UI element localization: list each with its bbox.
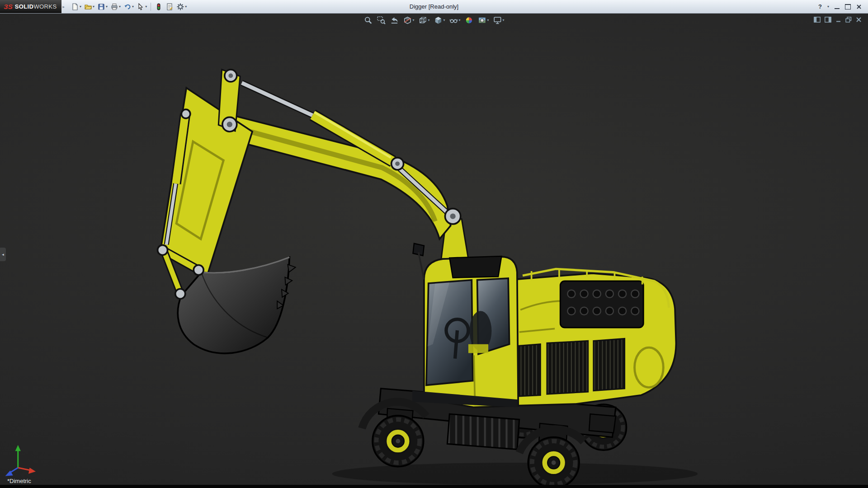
minimize-icon xyxy=(835,17,841,23)
save-button[interactable]: ▾ xyxy=(96,2,109,12)
chevron-down-icon[interactable]: ▾ xyxy=(93,5,94,9)
previous-view-button[interactable] xyxy=(389,15,399,25)
file-properties-icon xyxy=(165,3,174,11)
tile-right-button[interactable] xyxy=(825,17,831,23)
feature-tree-collapse-tab[interactable]: ◂ xyxy=(0,248,6,261)
operator-cab[interactable] xyxy=(412,244,518,408)
brand-name-bold: SOLID xyxy=(15,3,34,10)
ground-shadow xyxy=(332,463,698,485)
title-bar: ЗS SOLID WORKS ▸ ▾ ▾ ▾ xyxy=(0,0,868,14)
cab-roof-panel xyxy=(449,256,501,278)
chevron-left-icon: ◂ xyxy=(2,252,4,257)
chevron-down-icon[interactable]: ▾ xyxy=(428,19,429,22)
undo-icon xyxy=(123,3,132,11)
save-icon xyxy=(97,3,105,11)
view-orientation-button[interactable]: ▾ xyxy=(418,15,430,25)
logo-expand-chevron-icon[interactable]: ▸ xyxy=(63,5,65,9)
document-minimize-button[interactable] xyxy=(835,17,841,23)
select-button[interactable]: ▾ xyxy=(135,2,148,12)
chevron-down-icon[interactable]: ▾ xyxy=(443,19,445,22)
chevron-down-icon[interactable]: ▾ xyxy=(132,5,134,9)
close-button[interactable] xyxy=(856,4,862,9)
edit-appearance-button[interactable] xyxy=(464,15,474,25)
chevron-down-icon[interactable]: ▾ xyxy=(119,5,121,9)
wheel-front-left[interactable] xyxy=(373,416,424,467)
display-style-button[interactable]: ▾ xyxy=(433,15,445,25)
document-title: Digger [Read-only] xyxy=(410,0,458,13)
excavator-model[interactable] xyxy=(0,13,868,485)
graphics-area[interactable]: ▾ ▾ ▾ xyxy=(0,13,868,485)
view-settings-icon xyxy=(493,16,502,25)
view-orientation-label: *Dimetric xyxy=(7,478,31,484)
view-orientation-cube-icon xyxy=(418,16,427,25)
view-settings-button[interactable]: ▾ xyxy=(493,15,505,25)
rebuild-button[interactable] xyxy=(153,2,164,12)
help-button[interactable]: ? xyxy=(818,3,822,10)
tile-left-icon xyxy=(814,17,821,23)
undo-button[interactable]: ▾ xyxy=(122,2,135,12)
solidworks-logo: ЗS SOLID WORKS xyxy=(0,0,61,13)
section-view-icon xyxy=(403,16,412,25)
tile-right-icon xyxy=(825,17,831,23)
step-ladder[interactable] xyxy=(447,414,519,449)
display-style-icon xyxy=(434,16,443,25)
engine-housing[interactable] xyxy=(496,269,676,406)
boom-assembly[interactable] xyxy=(158,70,468,353)
x-axis-arrow xyxy=(28,468,36,474)
open-folder-icon xyxy=(84,3,92,11)
previous-view-icon xyxy=(390,16,399,25)
open-document-button[interactable]: ▾ xyxy=(83,2,96,12)
app-window-controls: ? ▾ xyxy=(818,3,868,10)
toolbar-separator xyxy=(151,3,151,11)
tile-left-button[interactable] xyxy=(814,17,821,23)
new-document-button[interactable]: ▾ xyxy=(70,2,83,12)
minimize-button[interactable] xyxy=(835,5,840,9)
file-properties-button[interactable] xyxy=(164,2,175,12)
chevron-down-icon[interactable]: ▾ xyxy=(145,5,147,9)
ds-logo-icon: ЗS xyxy=(4,3,13,10)
select-cursor-icon xyxy=(137,3,145,11)
chevron-down-icon[interactable]: ▾ xyxy=(185,5,187,9)
chevron-down-icon[interactable]: ▾ xyxy=(487,19,489,22)
chevron-down-icon[interactable]: ▾ xyxy=(459,19,461,22)
zoom-to-area-icon xyxy=(377,16,386,25)
y-axis-arrow xyxy=(15,445,21,451)
document-restore-button[interactable] xyxy=(845,17,852,23)
hide-show-glasses-icon xyxy=(449,16,458,25)
zoom-to-area-button[interactable] xyxy=(376,15,386,25)
rebuild-traffic-light-icon xyxy=(155,3,163,11)
bottom-edge-strip xyxy=(0,485,868,488)
document-close-button[interactable] xyxy=(856,17,862,23)
edit-appearance-ball-icon xyxy=(465,16,474,25)
heads-up-view-toolbar: ▾ ▾ ▾ xyxy=(363,15,505,25)
section-view-button[interactable]: ▾ xyxy=(402,15,415,25)
zoom-to-fit-button[interactable] xyxy=(363,15,373,25)
chevron-down-icon[interactable]: ▾ xyxy=(106,5,108,9)
print-icon xyxy=(110,3,118,11)
zoom-to-fit-icon xyxy=(363,16,373,25)
document-window-controls xyxy=(814,17,862,23)
print-button[interactable]: ▾ xyxy=(109,2,122,12)
gear-icon xyxy=(176,3,184,11)
orientation-triad xyxy=(5,445,36,476)
apply-scene-icon xyxy=(478,16,487,25)
options-button[interactable]: ▾ xyxy=(175,2,188,12)
quick-access-toolbar: ▾ ▾ ▾ ▾ ▾ xyxy=(70,2,188,12)
chevron-down-icon[interactable]: ▾ xyxy=(503,19,505,22)
hide-show-items-button[interactable]: ▾ xyxy=(449,15,461,25)
maximize-button[interactable] xyxy=(845,4,851,9)
brand-name-rest: WORKS xyxy=(33,3,57,10)
chevron-down-icon[interactable]: ▾ xyxy=(412,19,414,22)
vent-grille xyxy=(594,339,625,391)
help-chevron-down-icon[interactable]: ▾ xyxy=(827,5,829,9)
engine-manifold[interactable] xyxy=(560,281,643,328)
chevron-down-icon[interactable]: ▾ xyxy=(80,5,81,9)
restore-icon xyxy=(845,17,852,23)
vent-grille xyxy=(547,341,588,394)
close-icon xyxy=(856,17,862,23)
close-icon xyxy=(856,4,862,9)
new-document-icon xyxy=(71,3,79,11)
wheel-front-right[interactable] xyxy=(528,437,579,485)
apply-scene-button[interactable]: ▾ xyxy=(477,15,490,25)
